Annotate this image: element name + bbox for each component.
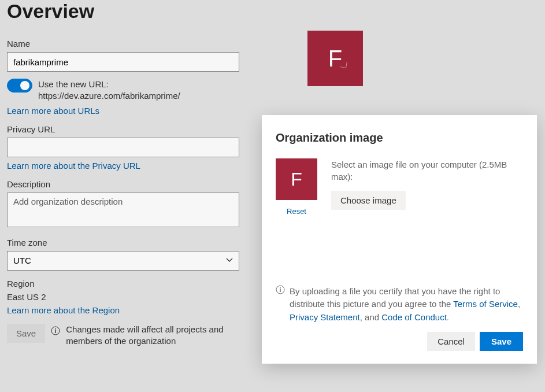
save-info-text: Changes made will affect all projects an… [66,324,250,347]
privacy-url-label: Privacy URL [7,124,250,134]
url-toggle-label: Use the new URL: https://dev.azure.com/f… [38,79,247,102]
learn-more-urls-link[interactable]: Learn more about URLs [7,106,99,116]
description-textarea[interactable] [7,193,239,227]
dialog-save-button[interactable]: Save [480,332,523,351]
url-toggle[interactable] [7,79,32,93]
tos-link[interactable]: Terms of Service [453,299,518,309]
cancel-button[interactable]: Cancel [427,332,475,351]
organization-image-dialog: Organization image F Reset Select an ima… [262,115,537,364]
timezone-label: Time zone [7,238,250,247]
info-icon [276,285,285,297]
svg-rect-5 [280,289,280,292]
learn-more-privacy-link[interactable]: Learn more about the Privacy URL [7,161,140,171]
timezone-select[interactable]: UTC [7,251,239,271]
disclaimer-text: By uploading a file you certify that you… [290,285,523,324]
info-icon [51,326,60,338]
svg-rect-2 [55,330,56,333]
svg-point-1 [55,328,56,330]
name-label: Name [7,39,250,49]
svg-point-4 [280,287,281,289]
name-input[interactable] [7,52,239,72]
region-label: Region [7,279,250,289]
choose-image-button[interactable]: Choose image [331,191,406,210]
dialog-title: Organization image [276,131,523,145]
page-title: Overview [7,0,538,23]
description-label: Description [7,179,250,189]
org-image-tile[interactable]: F [307,31,363,86]
coc-link[interactable]: Code of Conduct [381,312,447,322]
save-button[interactable]: Save [7,324,45,343]
privacy-link[interactable]: Privacy Statement [290,312,360,322]
learn-more-region-link[interactable]: Learn more about the Region [7,305,120,315]
region-value: East US 2 [7,292,250,302]
dialog-org-tile: F [276,158,317,200]
reset-link[interactable]: Reset [276,207,317,216]
privacy-url-input[interactable] [7,138,239,157]
dialog-instructions: Select an image file on your computer (2… [331,158,523,183]
